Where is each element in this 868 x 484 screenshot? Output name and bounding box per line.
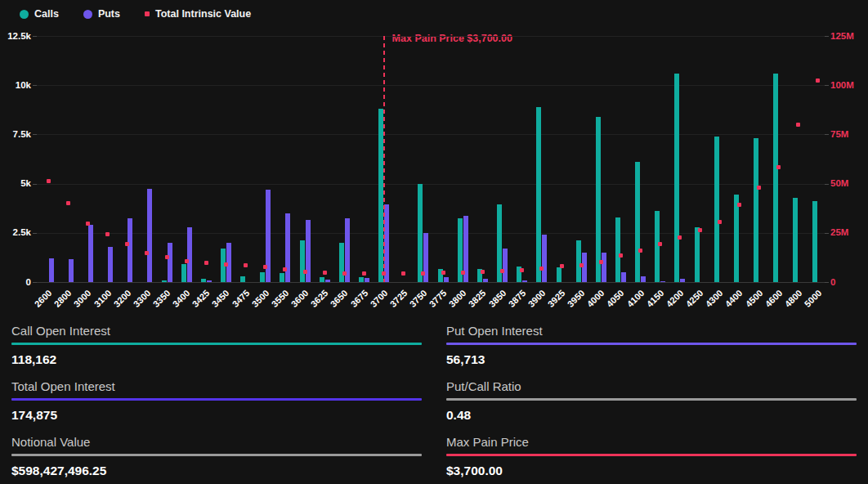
call-bar[interactable] <box>773 74 778 282</box>
intrinsic-value-point[interactable] <box>461 271 465 275</box>
intrinsic-value-point[interactable] <box>500 269 504 273</box>
call-bar[interactable] <box>655 211 660 282</box>
call-bar[interactable] <box>280 273 284 282</box>
call-bar[interactable] <box>162 280 167 282</box>
right-axis-label: 75M <box>830 129 848 139</box>
call-bar[interactable] <box>557 267 562 282</box>
put-bar[interactable] <box>621 272 626 282</box>
intrinsic-value-point[interactable] <box>224 262 228 267</box>
intrinsic-value-point[interactable] <box>757 186 761 190</box>
put-bar[interactable] <box>128 218 132 282</box>
put-bar[interactable] <box>384 204 389 282</box>
call-bar[interactable] <box>418 184 423 282</box>
call-bar[interactable] <box>300 240 305 282</box>
intrinsic-value-point[interactable] <box>560 264 564 268</box>
put-bar[interactable] <box>602 253 606 282</box>
left-axis-tick <box>33 36 37 37</box>
call-bar[interactable] <box>793 198 798 283</box>
stat-value: 118,162 <box>11 352 422 367</box>
intrinsic-value-point[interactable] <box>520 268 524 272</box>
intrinsic-value-point[interactable] <box>105 232 110 236</box>
call-bar[interactable] <box>181 264 186 282</box>
stat-value: $598,427,496.25 <box>11 464 422 478</box>
intrinsic-value-point[interactable] <box>165 255 169 259</box>
call-bar[interactable] <box>674 74 679 282</box>
call-bar[interactable] <box>359 277 364 282</box>
put-bar[interactable] <box>680 279 685 282</box>
intrinsic-value-point[interactable] <box>66 201 70 205</box>
put-bar[interactable] <box>88 225 93 282</box>
call-bar[interactable] <box>615 217 620 283</box>
intrinsic-value-point[interactable] <box>421 271 425 276</box>
intrinsic-value-point[interactable] <box>579 263 584 267</box>
put-bar[interactable] <box>325 280 330 282</box>
intrinsic-value-point[interactable] <box>441 271 445 275</box>
put-bar[interactable] <box>49 258 54 282</box>
intrinsic-value-point[interactable] <box>362 271 366 276</box>
gridline <box>33 134 829 135</box>
put-bar[interactable] <box>522 280 527 282</box>
put-bar[interactable] <box>660 281 665 282</box>
call-bar[interactable] <box>734 195 739 282</box>
call-bar[interactable] <box>320 277 324 282</box>
put-bar[interactable] <box>207 280 212 282</box>
intrinsic-value-point[interactable] <box>796 123 800 127</box>
intrinsic-value-point[interactable] <box>342 271 347 276</box>
intrinsic-value-point[interactable] <box>125 242 129 246</box>
intrinsic-value-point[interactable] <box>481 270 485 274</box>
put-bar[interactable] <box>285 213 290 282</box>
intrinsic-value-point[interactable] <box>599 260 603 264</box>
intrinsic-value-point[interactable] <box>698 228 702 232</box>
call-bar[interactable] <box>201 279 206 282</box>
intrinsic-value-point[interactable] <box>303 270 307 274</box>
left-axis-label: 7.5k <box>0 129 31 139</box>
call-bar[interactable] <box>339 243 344 282</box>
put-bar[interactable] <box>444 277 449 282</box>
call-bar[interactable] <box>596 117 601 282</box>
call-bar[interactable] <box>695 227 700 282</box>
intrinsic-value-point[interactable] <box>401 271 405 276</box>
intrinsic-value-point[interactable] <box>204 261 208 265</box>
call-bar[interactable] <box>240 276 245 282</box>
intrinsic-value-point[interactable] <box>638 249 642 253</box>
intrinsic-value-point[interactable] <box>658 242 662 246</box>
put-bar[interactable] <box>168 243 172 282</box>
call-bar[interactable] <box>812 201 817 282</box>
intrinsic-value-point[interactable] <box>263 265 267 269</box>
intrinsic-value-point[interactable] <box>737 203 741 207</box>
put-bar[interactable] <box>147 189 152 282</box>
stat-max-pain-price: Max Pain Price $3,700.00 <box>446 428 857 484</box>
put-bar[interactable] <box>503 249 508 282</box>
call-bar[interactable] <box>714 137 719 282</box>
call-bar[interactable] <box>754 138 758 282</box>
put-bar[interactable] <box>641 276 646 282</box>
intrinsic-value-point[interactable] <box>678 235 682 240</box>
call-bar[interactable] <box>635 162 640 282</box>
put-bar[interactable] <box>365 278 369 282</box>
put-bar[interactable] <box>69 259 74 282</box>
right-axis-tick <box>825 184 829 185</box>
intrinsic-value-point[interactable] <box>86 222 90 226</box>
call-bar[interactable] <box>260 272 265 282</box>
intrinsic-value-point[interactable] <box>718 220 722 224</box>
intrinsic-value-point[interactable] <box>539 267 544 271</box>
intrinsic-value-point[interactable] <box>47 179 51 183</box>
intrinsic-value-point[interactable] <box>323 271 327 275</box>
right-axis-label: 50M <box>830 178 848 188</box>
stat-underline <box>11 398 422 401</box>
intrinsic-value-point[interactable] <box>185 259 189 263</box>
intrinsic-value-point[interactable] <box>283 267 287 271</box>
intrinsic-value-point[interactable] <box>619 253 623 258</box>
intrinsic-value-point[interactable] <box>776 165 781 169</box>
stat-put-call-ratio: Put/Call Ratio 0.48 <box>446 373 857 428</box>
intrinsic-value-point[interactable] <box>145 251 149 255</box>
call-bar[interactable] <box>536 107 541 282</box>
put-bar[interactable] <box>108 247 113 282</box>
put-bar[interactable] <box>187 227 192 282</box>
put-bar[interactable] <box>483 279 488 282</box>
intrinsic-value-point[interactable] <box>244 263 248 267</box>
intrinsic-value-point[interactable] <box>816 78 820 83</box>
stat-underline <box>446 343 857 345</box>
put-bar[interactable] <box>542 235 547 282</box>
call-bar[interactable] <box>576 240 581 282</box>
